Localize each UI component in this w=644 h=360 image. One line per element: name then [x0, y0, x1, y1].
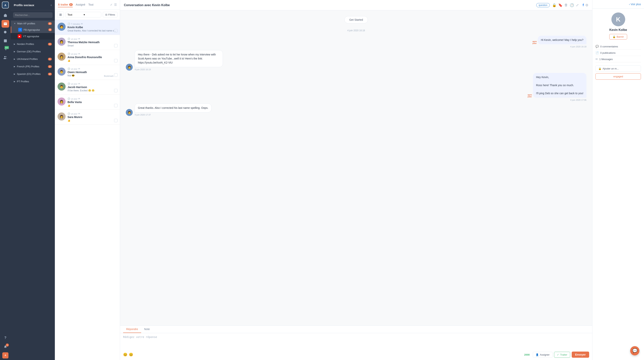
inbox-checkbox-sara[interactable]: [114, 119, 118, 122]
email-icon-anna: ✉: [78, 53, 80, 55]
assign-button[interactable]: 👤 Assigner: [533, 352, 552, 358]
right-profile-section: K Kevin Kolbe 🔒 Bannir: [592, 9, 644, 43]
sidebar-item-yt-agorapulse[interactable]: ▶ YT agorapulse: [11, 33, 55, 40]
tab-note[interactable]: Note: [141, 326, 153, 333]
check-all-icon[interactable]: ✓: [110, 3, 112, 7]
nav-reports-icon[interactable]: NEW: [2, 45, 9, 53]
traiter-button[interactable]: ✓ Traiter: [554, 352, 570, 358]
tab-tout[interactable]: Tout: [88, 2, 94, 7]
nav-inbox-icon[interactable]: [2, 20, 9, 28]
inbox-item-kevin[interactable]: 🧑 🕐 7 minutes ✉ Kevin Kolbe Great thanks…: [55, 20, 120, 35]
inbox-item-sara[interactable]: 👩 🕐 un jour ✉ Sara Munro 👍: [55, 110, 120, 125]
emoji-icon[interactable]: 😊: [129, 352, 133, 357]
inbox-bookmark-owen[interactable]: Bookmark: [104, 73, 118, 77]
sidebar-norden-count: 1: [48, 43, 52, 46]
inbox-name-kevin: Kevin Kolbe: [68, 26, 117, 29]
grid-view-btn[interactable]: ⊞: [57, 12, 64, 18]
inbox-checkbox-theresa[interactable]: [114, 44, 118, 47]
attachment-icon[interactable]: 😊: [123, 352, 127, 357]
clock-icon7: 🕐: [68, 112, 70, 115]
msg-time-kevin-2: 4 juin 2020 17:37: [135, 114, 212, 116]
pub-stat-icon: 📄: [596, 51, 599, 54]
reply-textarea[interactable]: [123, 335, 589, 347]
stat-messages-label: 1 Messages: [599, 58, 613, 61]
clock-action-icon[interactable]: 🕐: [570, 3, 574, 7]
inbox-item-anna[interactable]: 👩 🕐 un jour ✉ Anna Donofrio Rounseville …: [55, 50, 120, 65]
sidebar-collapse-btn[interactable]: ‹: [51, 3, 52, 7]
sidebar-group-french-item[interactable]: ▶ French (FR) Profiles 2: [11, 64, 55, 70]
fb-icon: f: [18, 28, 22, 32]
email-icon-bella: ✉: [78, 98, 80, 100]
tab-a-traiter[interactable]: À traiter 8: [58, 2, 73, 7]
inbox-time-jacob: un jour: [71, 83, 78, 85]
inbox-checkbox-owen[interactable]: [114, 73, 118, 77]
inbox-checkbox-bella[interactable]: [114, 104, 118, 107]
msg-brand-inner-1: agorapulse Hi Kevin, welcome! May I help…: [532, 36, 586, 44]
external-icon[interactable]: ⤢: [576, 3, 579, 7]
inbox-avatar-sara: 👩: [58, 112, 66, 121]
svg-rect-3: [4, 39, 7, 42]
sidebar-group-pt-item[interactable]: ▶ PT Profiles: [11, 79, 55, 85]
email-icon-theresa: ✉: [78, 38, 80, 40]
nav-publish-icon[interactable]: [2, 37, 9, 45]
sidebar-pt-label: PT Profiles: [17, 80, 52, 83]
nav-user-avatar[interactable]: A: [2, 352, 8, 358]
inbox-content-kevin: 🕐 7 minutes ✉ Kevin Kolbe Great thanks. …: [68, 23, 117, 32]
tab-assigne[interactable]: Assigné: [76, 2, 85, 7]
sidebar-fb-label: FB Agorapulse: [24, 29, 48, 31]
sidebar-search-input[interactable]: [13, 12, 52, 18]
engaged-label: engaged: [613, 75, 623, 78]
trash-icon[interactable]: 🗑: [564, 3, 568, 7]
left-navigation: A NEW ? 1 A: [0, 0, 11, 360]
clock-icon4: 🕐: [68, 68, 70, 70]
email-icon-kevin: ✉: [81, 23, 83, 25]
chevron-down-icon: ▼: [14, 23, 16, 25]
facebook-icon[interactable]: f: [583, 3, 584, 7]
nav-notification-icon[interactable]: 1: [2, 343, 9, 351]
settings-icon[interactable]: ⚙: [585, 3, 588, 7]
inbox-checkbox-kevin[interactable]: [114, 29, 118, 33]
sidebar-group-norden-item[interactable]: ▶ Norden Profiles 1: [11, 41, 55, 47]
msg-stat-icon: ✉: [596, 58, 598, 61]
engaged-button[interactable]: engaged: [596, 73, 641, 80]
nav-listen-icon[interactable]: [2, 29, 9, 36]
sidebar-fb-count: 8: [48, 29, 52, 31]
sidebar-group-spanish-item[interactable]: ▶ Spanish (ES) Profiles 2: [11, 71, 55, 77]
assign-person-icon: 👤: [536, 353, 539, 356]
bannir-button[interactable]: 🔒 Bannir: [609, 34, 627, 40]
sidebar-group-uk-item[interactable]: ▶ UK/Ireland Profiles 1: [11, 56, 55, 62]
right-panel-header[interactable]: ‹ Voir plus: [592, 0, 644, 9]
voir-plus-label: Voir plus: [630, 3, 641, 6]
add-note-button[interactable]: 🔒 Ajouter un m...: [596, 66, 641, 72]
inbox-item-owen[interactable]: 👨 🕐 un jour ✉ Owen Hemsath Not 😎 Bookmar…: [55, 65, 120, 80]
tab-repondre[interactable]: Répondre: [123, 326, 141, 333]
msg-row-kevin-2: 🧑 Great thanks. Also I corrected his las…: [126, 103, 586, 116]
chat-fab-button[interactable]: 💬: [630, 346, 640, 355]
filter-button[interactable]: ⊟ Filtres: [103, 12, 118, 18]
inbox-preview-anna: 👍: [68, 59, 117, 62]
inbox-preview-sara: 👍: [68, 119, 117, 122]
clock-icon6: 🕐: [68, 98, 70, 100]
nav-home-icon[interactable]: [2, 12, 9, 19]
sidebar-group-french: ▶ French (FR) Profiles 2: [11, 63, 55, 70]
inbox-item-jacob[interactable]: 👨 🕐 un jour ✉ Jacob Harrison I'll be the…: [55, 80, 120, 95]
inbox-checkbox-jacob[interactable]: [114, 89, 118, 92]
inbox-item-theresa[interactable]: 👩 🕐 un jour ✉ Theresa Matzke Hemsath Sma…: [55, 35, 120, 50]
sidebar-group-german-item[interactable]: ▶ German (DE) Profiles: [11, 49, 55, 55]
inbox-item-bella[interactable]: 👩 🕐 un jour ✉ Bella Vasta 👍: [55, 95, 120, 110]
bookmark-icon[interactable]: 🔖: [558, 3, 562, 7]
inbox-meta-kevin: 🕐 7 minutes ✉: [68, 23, 117, 25]
inbox-checkbox-anna[interactable]: [114, 59, 118, 62]
list-view-icon[interactable]: ☰: [114, 3, 117, 7]
lock-icon[interactable]: 🔒: [552, 3, 556, 7]
sidebar-group-main-ap[interactable]: ▼ Main AP profiles 8: [11, 21, 55, 27]
conversation-messages: Get Started 4 juin 2020 16:18 agorapulse…: [120, 10, 592, 325]
sidebar-item-fb-agorapulse[interactable]: f FB Agorapulse 8: [11, 27, 55, 33]
inbox-tabs-bar: À traiter 8 Assigné Tout ✓ ☰: [55, 0, 120, 10]
send-button[interactable]: Envoyer: [572, 351, 589, 358]
nav-help-icon[interactable]: ?: [2, 334, 9, 341]
nav-team-icon[interactable]: [2, 54, 9, 61]
conversation-tag[interactable]: question: [536, 3, 550, 7]
filter-select[interactable]: Tout ▾: [66, 12, 101, 18]
msg-time-kevin-1: 4 juin 2020 16:19: [135, 68, 223, 71]
